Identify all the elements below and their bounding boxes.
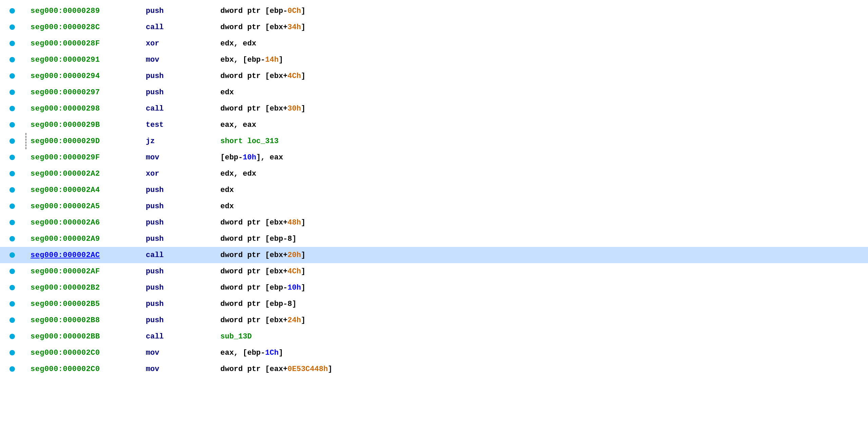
disassembly-view: seg000:00000289pushdword ptr [ebp-0Ch]se… bbox=[0, 0, 868, 428]
disasm-row[interactable]: seg000:00000291movebx, [ebp-14h] bbox=[0, 52, 868, 68]
breakpoint-bullet[interactable] bbox=[9, 252, 15, 258]
breakpoint-bullet[interactable] bbox=[9, 90, 15, 95]
disasm-row[interactable]: seg000:0000029Fmov[ebp-10h], eax bbox=[0, 149, 868, 166]
bullet-col bbox=[3, 236, 21, 241]
disasm-row[interactable]: seg000:000002A9pushdword ptr [ebp-8] bbox=[0, 231, 868, 247]
breakpoint-bullet[interactable] bbox=[9, 24, 15, 30]
breakpoint-bullet[interactable] bbox=[9, 366, 15, 372]
bullet-col bbox=[3, 334, 21, 339]
address-label: seg000:000002B8 bbox=[31, 316, 146, 325]
mnemonic-label: push bbox=[146, 235, 220, 243]
breakpoint-bullet[interactable] bbox=[9, 73, 15, 79]
disasm-row[interactable]: seg000:000002B2pushdword ptr [ebp-10h] bbox=[0, 279, 868, 296]
bullet-col bbox=[3, 90, 21, 95]
bullet-col bbox=[3, 350, 21, 355]
operand-part: ], eax bbox=[256, 153, 283, 162]
address-label: seg000:000002B5 bbox=[31, 300, 146, 308]
disasm-row[interactable]: seg000:000002BBcallsub_13D bbox=[0, 328, 868, 345]
address-label: seg000:00000291 bbox=[31, 56, 146, 64]
breakpoint-bullet[interactable] bbox=[9, 155, 15, 160]
mnemonic-label: push bbox=[146, 7, 220, 15]
bullet-col bbox=[3, 301, 21, 307]
disasm-row[interactable]: seg000:000002C0movdword ptr [eax+0E53C44… bbox=[0, 361, 868, 377]
operand-part: dword ptr [ebx+ bbox=[220, 72, 288, 80]
bullet-col bbox=[3, 122, 21, 128]
disasm-row[interactable]: seg000:0000029Btesteax, eax bbox=[0, 117, 868, 133]
address-label: seg000:00000294 bbox=[31, 72, 146, 80]
disasm-row[interactable]: seg000:00000298calldword ptr [ebx+30h] bbox=[0, 100, 868, 117]
disasm-row[interactable]: seg000:0000029Djzshort loc_313 bbox=[0, 133, 868, 149]
disasm-row[interactable]: seg000:000002C0moveax, [ebp-1Ch] bbox=[0, 345, 868, 361]
address-label: seg000:00000297 bbox=[31, 88, 146, 97]
breakpoint-bullet[interactable] bbox=[9, 57, 15, 62]
operand-part: dword ptr [eax+ bbox=[220, 365, 288, 373]
address-label: seg000:0000029D bbox=[31, 137, 146, 145]
mnemonic-label: call bbox=[146, 104, 220, 113]
disasm-row[interactable]: seg000:000002ACcalldword ptr [ebx+20h] bbox=[0, 247, 868, 263]
operand-part: dword ptr [ebx+ bbox=[220, 218, 288, 227]
address-label: seg000:0000028C bbox=[31, 23, 146, 32]
operand-label: edx, edx bbox=[220, 39, 865, 48]
disasm-row[interactable]: seg000:000002B5pushdword ptr [ebp-8] bbox=[0, 296, 868, 312]
operand-label: eax, [ebp-1Ch] bbox=[220, 349, 865, 357]
mnemonic-label: xor bbox=[146, 39, 220, 48]
operand-part: eax, eax bbox=[220, 121, 256, 129]
breakpoint-bullet[interactable] bbox=[9, 220, 15, 225]
operand-part: 34h bbox=[288, 23, 301, 32]
address-label: seg000:000002AF bbox=[31, 267, 146, 276]
mnemonic-label: push bbox=[146, 88, 220, 97]
disasm-row[interactable]: seg000:000002A2xoredx, edx bbox=[0, 166, 868, 182]
breakpoint-bullet[interactable] bbox=[9, 203, 15, 209]
disasm-row[interactable]: seg000:000002A6pushdword ptr [ebx+48h] bbox=[0, 214, 868, 231]
breakpoint-bullet[interactable] bbox=[9, 317, 15, 323]
breakpoint-bullet[interactable] bbox=[9, 285, 15, 290]
disasm-row[interactable]: seg000:00000294pushdword ptr [ebx+4Ch] bbox=[0, 68, 868, 84]
mnemonic-label: push bbox=[146, 72, 220, 80]
bullet-col bbox=[3, 171, 21, 176]
breakpoint-bullet[interactable] bbox=[9, 350, 15, 355]
operand-part: 10h bbox=[243, 153, 256, 162]
dashed-indicator bbox=[21, 133, 31, 149]
operand-part: edx, edx bbox=[220, 39, 256, 48]
operand-part: 0E53C448h bbox=[288, 365, 328, 373]
bullet-col bbox=[3, 138, 21, 144]
operand-part: ] bbox=[301, 104, 305, 113]
breakpoint-bullet[interactable] bbox=[9, 41, 15, 46]
operand-part: ] bbox=[301, 7, 305, 15]
disasm-row[interactable]: seg000:000002A5pushedx bbox=[0, 198, 868, 214]
mnemonic-label: xor bbox=[146, 170, 220, 178]
mnemonic-label: call bbox=[146, 23, 220, 32]
operand-part: ] bbox=[279, 349, 283, 357]
address-label: seg000:000002B2 bbox=[31, 284, 146, 292]
disasm-row[interactable]: seg000:000002A4pushedx bbox=[0, 182, 868, 198]
operand-part: 48h bbox=[288, 218, 301, 227]
breakpoint-bullet[interactable] bbox=[9, 269, 15, 274]
operand-part: dword ptr [ebx+ bbox=[220, 267, 288, 276]
breakpoint-bullet[interactable] bbox=[9, 138, 15, 144]
disasm-row[interactable]: seg000:0000028Ccalldword ptr [ebx+34h] bbox=[0, 19, 868, 35]
breakpoint-bullet[interactable] bbox=[9, 301, 15, 307]
mnemonic-label: test bbox=[146, 121, 220, 129]
operand-part: 4Ch bbox=[288, 267, 301, 276]
disasm-row[interactable]: seg000:00000289pushdword ptr [ebp-0Ch] bbox=[0, 3, 868, 19]
disasm-row[interactable]: seg000:00000297pushedx bbox=[0, 84, 868, 100]
operand-part: 24h bbox=[288, 316, 301, 325]
breakpoint-bullet[interactable] bbox=[9, 236, 15, 241]
breakpoint-bullet[interactable] bbox=[9, 187, 15, 193]
bullet-col bbox=[3, 41, 21, 46]
breakpoint-bullet[interactable] bbox=[9, 8, 15, 14]
breakpoint-bullet[interactable] bbox=[9, 106, 15, 111]
address-label: seg000:00000298 bbox=[31, 104, 146, 113]
breakpoint-bullet[interactable] bbox=[9, 122, 15, 128]
address-label: seg000:0000028F bbox=[31, 39, 146, 48]
disasm-row[interactable]: seg000:0000028Fxoredx, edx bbox=[0, 35, 868, 52]
mnemonic-label: jz bbox=[146, 137, 220, 145]
disasm-row[interactable]: seg000:000002B8pushdword ptr [ebx+24h] bbox=[0, 312, 868, 328]
mnemonic-label: push bbox=[146, 186, 220, 194]
address-label: seg000:000002A5 bbox=[31, 202, 146, 211]
breakpoint-bullet[interactable] bbox=[9, 334, 15, 339]
breakpoint-bullet[interactable] bbox=[9, 171, 15, 176]
disasm-row[interactable]: seg000:000002AFpushdword ptr [ebx+4Ch] bbox=[0, 263, 868, 279]
mnemonic-label: mov bbox=[146, 349, 220, 357]
operand-label: dword ptr [ebx+48h] bbox=[220, 218, 865, 227]
